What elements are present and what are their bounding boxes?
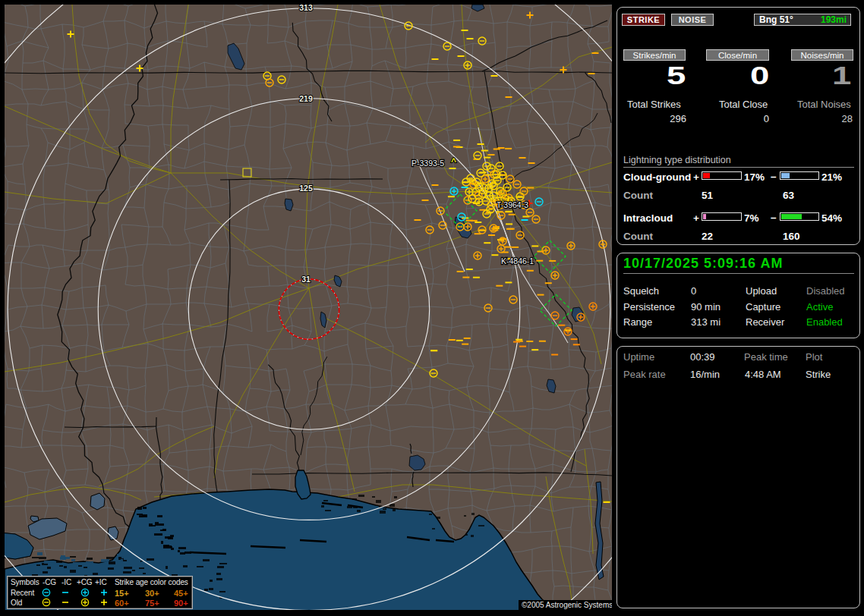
svg-text:K-4846-1: K-4846-1	[501, 256, 534, 266]
svg-text:^: ^	[451, 156, 456, 167]
svg-text:31: 31	[301, 275, 311, 284]
svg-text:T-3964-3: T-3964-3	[497, 200, 528, 209]
svg-text:©2005 Astrogenic Systems: ©2005 Astrogenic Systems	[522, 601, 613, 609]
svg-text:P-3393-5: P-3393-5	[412, 159, 444, 168]
svg-text:219: 219	[299, 94, 313, 103]
svg-text:125: 125	[299, 184, 313, 193]
